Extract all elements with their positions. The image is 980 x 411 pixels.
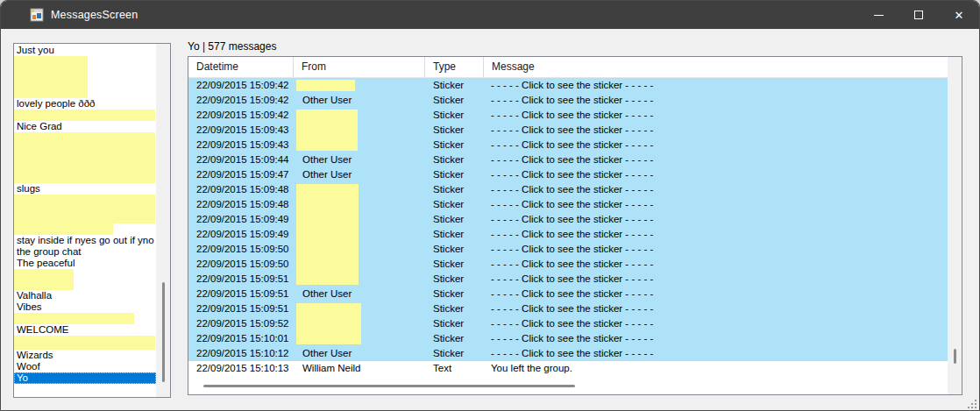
window-title: MessagesScreen: [51, 9, 138, 21]
sidebar-scrollbar-thumb[interactable]: [162, 282, 165, 382]
cell-from: Other User: [294, 287, 425, 301]
cell-msg: - - - - - Click to see the sticker - - -…: [484, 93, 948, 108]
table-row[interactable]: 22/09/2015 15:09:47Other UserSticker- - …: [188, 167, 948, 182]
cell-type: Sticker: [425, 272, 484, 287]
conversation-item-redacted[interactable]: [14, 269, 156, 290]
cell-type: Sticker: [425, 182, 484, 197]
cell-type: Sticker: [425, 93, 484, 108]
cell-msg: - - - - - Click to see the sticker - - -…: [484, 108, 948, 123]
conversation-item[interactable]: WELCOME: [14, 324, 156, 336]
close-icon: ✕: [955, 10, 964, 21]
cell-msg: - - - - - Click to see the sticker - - -…: [484, 242, 948, 257]
cell-msg: - - - - - Click to see the sticker - - -…: [484, 197, 948, 212]
cell-dt: 22/09/2015 15:10:01: [188, 331, 294, 346]
table-row[interactable]: 22/09/2015 15:09:51Other UserSticker- - …: [188, 287, 948, 301]
cell-dt: 22/09/2015 15:09:49: [188, 212, 294, 227]
messages-screen-window: MessagesScreen ✕ Just youlovely people ð…: [0, 0, 980, 411]
app-icon: [30, 8, 44, 22]
conversation-item-redacted[interactable]: [14, 223, 156, 235]
cell-dt: 22/09/2015 15:09:47: [188, 167, 294, 182]
cell-type: Sticker: [425, 301, 484, 316]
cell-dt: 22/09/2015 15:09:50: [188, 257, 294, 272]
column-header-from[interactable]: From: [294, 57, 425, 77]
conversation-item-redacted[interactable]: [14, 336, 156, 350]
cell-msg: - - - - - Click to see the sticker - - -…: [484, 182, 948, 197]
table-row[interactable]: 22/09/2015 15:10:12Other UserSticker- - …: [188, 346, 948, 361]
cell-type: Text: [425, 361, 484, 376]
conversation-item-redacted[interactable]: [14, 132, 156, 183]
titlebar[interactable]: MessagesScreen ✕: [1, 1, 979, 29]
messages-horizontal-scrollbar-thumb[interactable]: [203, 385, 575, 387]
table-row[interactable]: 22/09/2015 15:10:13William NeildTextYou …: [188, 361, 948, 376]
conversation-item-redacted[interactable]: [14, 195, 156, 223]
close-button[interactable]: ✕: [939, 1, 979, 29]
table-body: 22/09/2015 15:09:42Sticker- - - - - Clic…: [188, 78, 948, 376]
sidebar-scrollbar[interactable]: [156, 44, 170, 397]
cell-type: Sticker: [425, 242, 484, 257]
cell-dt: 22/09/2015 15:10:13: [188, 361, 294, 376]
conversation-item[interactable]: Just you: [14, 45, 156, 56]
conversation-item[interactable]: stay inside if nyes go out if yno: [14, 235, 156, 246]
cell-dt: 22/09/2015 15:09:48: [188, 182, 294, 197]
cell-msg: - - - - - Click to see the sticker - - -…: [484, 301, 948, 316]
conversation-item[interactable]: Nice Grad: [14, 121, 156, 132]
cell-msg: - - - - - Click to see the sticker - - -…: [484, 78, 948, 93]
redaction-block: [14, 269, 74, 290]
conversation-item[interactable]: Wizards: [14, 350, 156, 361]
cell-type: Sticker: [425, 123, 484, 138]
conversation-item-redacted[interactable]: [14, 56, 156, 98]
cell-dt: 22/09/2015 15:09:52: [188, 316, 294, 331]
cell-from: Other User: [294, 93, 425, 108]
cell-dt: 22/09/2015 15:09:51: [188, 301, 294, 316]
maximize-button[interactable]: [898, 1, 939, 29]
conversation-item[interactable]: The peaceful: [14, 258, 156, 269]
resize-grip-icon[interactable]: [966, 397, 977, 408]
cell-dt: 22/09/2015 15:09:48: [188, 197, 294, 212]
conversation-item[interactable]: Woof: [14, 361, 156, 372]
conversation-item[interactable]: the group chat: [14, 246, 156, 258]
column-header-type[interactable]: Type: [425, 57, 484, 77]
cell-msg: - - - - - Click to see the sticker - - -…: [484, 331, 948, 346]
conversation-item[interactable]: Vibes: [14, 301, 156, 313]
redaction-block: [296, 184, 359, 285]
cell-msg: - - - - - Click to see the sticker - - -…: [484, 152, 948, 167]
cell-msg: - - - - - Click to see the sticker - - -…: [484, 138, 948, 152]
messages-listview[interactable]: DatetimeFromTypeMessage 22/09/2015 15:09…: [188, 56, 962, 395]
minimize-button[interactable]: [858, 1, 898, 29]
cell-dt: 22/09/2015 15:09:51: [188, 287, 294, 301]
redaction-block: [14, 313, 134, 324]
conversation-item-redacted[interactable]: [14, 110, 156, 121]
redaction-block: [296, 110, 358, 151]
cell-dt: 22/09/2015 15:09:49: [188, 227, 294, 242]
cell-dt: 22/09/2015 15:09:44: [188, 152, 294, 167]
conversation-item[interactable]: lovely people ððð: [14, 98, 156, 110]
cell-type: Sticker: [425, 227, 484, 242]
redaction-block: [296, 80, 355, 91]
conversation-listbox[interactable]: Just youlovely people ðððNice Gradslugss…: [13, 43, 171, 398]
redaction-block: [296, 303, 361, 344]
redaction-block: [14, 195, 155, 223]
conversation-summary-label: Yo | 577 messages: [188, 40, 276, 53]
column-header-message[interactable]: Message: [484, 57, 948, 77]
conversation-item[interactable]: slugs: [14, 183, 156, 195]
cell-msg: - - - - - Click to see the sticker - - -…: [484, 167, 948, 182]
conversation-item-redacted[interactable]: [14, 313, 156, 324]
column-header-datetime[interactable]: Datetime: [188, 57, 294, 77]
cell-dt: 22/09/2015 15:10:12: [188, 346, 294, 361]
conversation-item[interactable]: Valhalla: [14, 290, 156, 301]
cell-msg: - - - - - Click to see the sticker - - -…: [484, 346, 948, 361]
cell-type: Sticker: [425, 78, 484, 93]
cell-type: Sticker: [425, 108, 484, 123]
redaction-block: [14, 56, 88, 98]
table-header: DatetimeFromTypeMessage: [188, 57, 948, 78]
cell-dt: 22/09/2015 15:09:51: [188, 272, 294, 287]
cell-from: William Neild: [294, 361, 425, 376]
cell-type: Sticker: [425, 287, 484, 301]
conversation-item[interactable]: Yo: [14, 372, 156, 384]
messages-vertical-scrollbar-thumb[interactable]: [954, 349, 956, 364]
messages-vertical-scrollbar[interactable]: [948, 57, 962, 394]
table-row[interactable]: 22/09/2015 15:09:44Other UserSticker- - …: [188, 152, 948, 167]
cell-from: Other User: [294, 167, 425, 182]
table-row[interactable]: 22/09/2015 15:09:42Other UserSticker- - …: [188, 93, 948, 108]
cell-msg: - - - - - Click to see the sticker - - -…: [484, 212, 948, 227]
